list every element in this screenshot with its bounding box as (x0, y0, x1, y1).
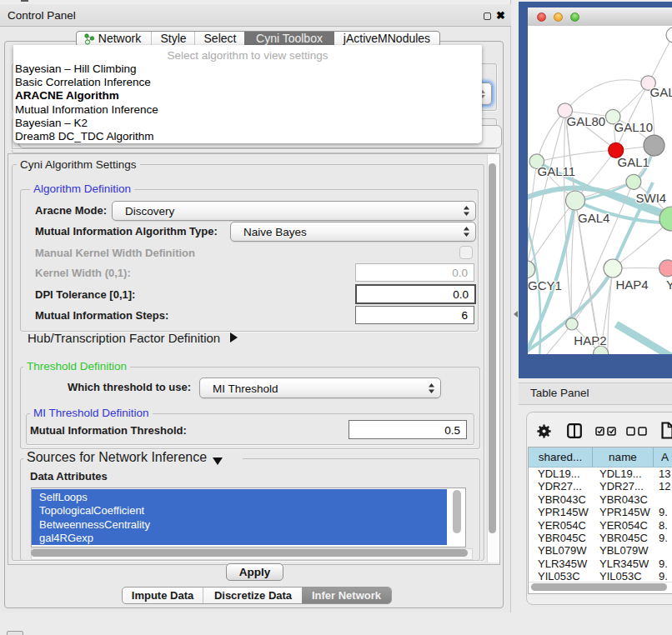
svg-text:HAP2: HAP2 (574, 333, 606, 348)
svg-text:GAL10: GAL10 (614, 120, 654, 134)
svg-text:GAL4: GAL4 (578, 211, 609, 225)
svg-text:GAL11: GAL11 (538, 164, 576, 178)
svg-text:SWI4: SWI4 (636, 191, 667, 205)
svg-text:GAL1: GAL1 (618, 155, 649, 169)
svg-text:Y: Y (666, 278, 672, 292)
svg-text:HAP4: HAP4 (615, 278, 648, 292)
svg-text:GCY1: GCY1 (528, 278, 562, 292)
svg-text:GAL80: GAL80 (567, 114, 606, 128)
svg-text:GAL8: GAL8 (650, 85, 672, 99)
